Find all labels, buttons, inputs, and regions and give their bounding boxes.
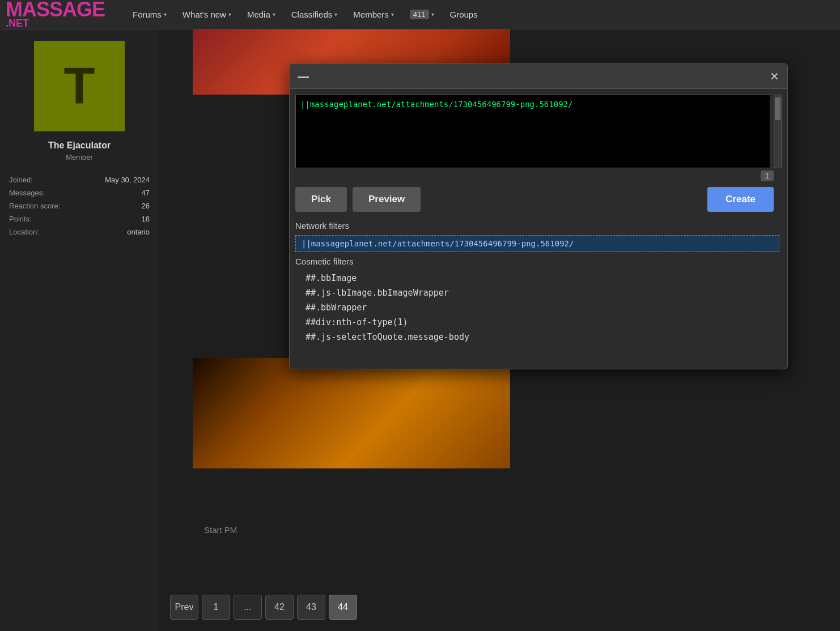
joined-label: Joined: (9, 174, 87, 186)
chevron-down-icon: ▾ (431, 11, 434, 18)
dialog-titlebar: ✕ (290, 64, 787, 89)
chevron-down-icon: ▾ (334, 11, 337, 18)
button-row: Pick Preview Create (290, 184, 787, 215)
cosmetic-filter-item-4: ##.js-selectToQuote.message-body (295, 330, 787, 344)
content-area: ✕ ||massageplanet.net/attachments/173045… (159, 29, 840, 631)
create-button[interactable]: Create (707, 187, 774, 212)
messages-value: 47 (88, 187, 150, 199)
nav-item-classifieds[interactable]: Classifieds ▾ (283, 0, 346, 29)
user-info-table: Joined: May 30, 2024 Messages: 47 Reacti… (8, 173, 151, 239)
scrollbar[interactable] (774, 95, 782, 168)
pagination-page-44[interactable]: 44 (329, 595, 357, 620)
minimize-button[interactable] (298, 76, 309, 78)
pagination-page-1[interactable]: 1 (202, 595, 230, 620)
nav-item-whats-new[interactable]: What's new ▾ (175, 0, 239, 29)
filter-section: Network filters ||massageplanet.net/atta… (290, 215, 787, 369)
start-pm-link[interactable]: Start PM (204, 525, 237, 535)
location-label: Location: (9, 226, 87, 238)
nav-item-forums[interactable]: Forums ▾ (125, 0, 175, 29)
url-textarea[interactable]: ||massageplanet.net/attachments/17304564… (295, 95, 770, 168)
points-value: 18 (88, 213, 150, 225)
url-input-area: ||massageplanet.net/attachments/17304564… (290, 89, 787, 168)
pagination-prev[interactable]: Prev (170, 595, 198, 620)
pagination-page-42[interactable]: 42 (265, 595, 294, 620)
nav-item-groups[interactable]: Groups (442, 0, 486, 29)
user-role: Member (8, 153, 151, 161)
pagination-page-43[interactable]: 43 (297, 595, 325, 620)
chevron-down-icon: ▾ (228, 11, 231, 18)
nav-badge-411: 411 (410, 10, 429, 19)
joined-value: May 30, 2024 (88, 174, 150, 186)
avatar: T (34, 41, 125, 131)
cosmetic-filter-item-1: ##.js-lbImage.bbImageWrapper (295, 285, 787, 300)
table-row: Points: 18 (9, 213, 150, 225)
nav-item-411[interactable]: 411 ▾ (402, 0, 442, 29)
nav-items-container: Forums ▾ What's new ▾ Media ▾ Classified… (125, 0, 486, 29)
counter-row: 1 (290, 168, 787, 184)
top-navigation: MASSAGE .NET Forums ▾ What's new ▾ Media… (0, 0, 840, 29)
username: The Ejaculator (8, 140, 151, 151)
table-row: Location: ontario (9, 226, 150, 238)
cosmetic-filters-title: Cosmetic filters (295, 257, 787, 266)
points-label: Points: (9, 213, 87, 225)
reaction-value: 26 (88, 200, 150, 212)
cosmetic-filter-item-2: ##.bbWrapper (295, 300, 787, 315)
scroll-thumb (775, 97, 780, 120)
reaction-label: Reaction score: (9, 200, 87, 212)
network-filter-item[interactable]: ||massageplanet.net/attachments/17304564… (295, 235, 779, 252)
table-row: Reaction score: 26 (9, 200, 150, 212)
pagination-ellipsis: ... (234, 595, 262, 620)
ublock-dialog: ✕ ||massageplanet.net/attachments/173045… (289, 63, 788, 369)
preview-button[interactable]: Preview (353, 187, 421, 212)
nav-item-media[interactable]: Media ▾ (239, 0, 283, 29)
table-row: Messages: 47 (9, 187, 150, 199)
cosmetic-filter-item-0: ##.bbImage (295, 271, 787, 285)
table-row: Joined: May 30, 2024 (9, 174, 150, 186)
pagination-bar: Prev 1 ... 42 43 44 (159, 595, 840, 620)
chevron-down-icon: ▾ (164, 11, 167, 18)
close-button[interactable]: ✕ (767, 69, 782, 84)
dialog-body: ||massageplanet.net/attachments/17304564… (290, 89, 787, 369)
nav-item-members[interactable]: Members ▾ (345, 0, 402, 29)
pick-button[interactable]: Pick (295, 187, 347, 212)
chevron-down-icon: ▾ (391, 11, 394, 18)
network-filters-title: Network filters (295, 221, 787, 231)
sidebar: T The Ejaculator Member Joined: May 30, … (0, 29, 159, 631)
location-value: ontario (88, 226, 150, 238)
messages-label: Messages: (9, 187, 87, 199)
logo[interactable]: MASSAGE .NET (6, 0, 125, 29)
avatar-letter: T (64, 57, 95, 116)
background-image-bottom (193, 358, 510, 468)
main-area: T The Ejaculator Member Joined: May 30, … (0, 29, 840, 631)
counter-badge: 1 (761, 170, 774, 181)
cosmetic-filter-item-3: ##div:nth-of-type(1) (295, 315, 787, 330)
chevron-down-icon: ▾ (273, 11, 275, 18)
